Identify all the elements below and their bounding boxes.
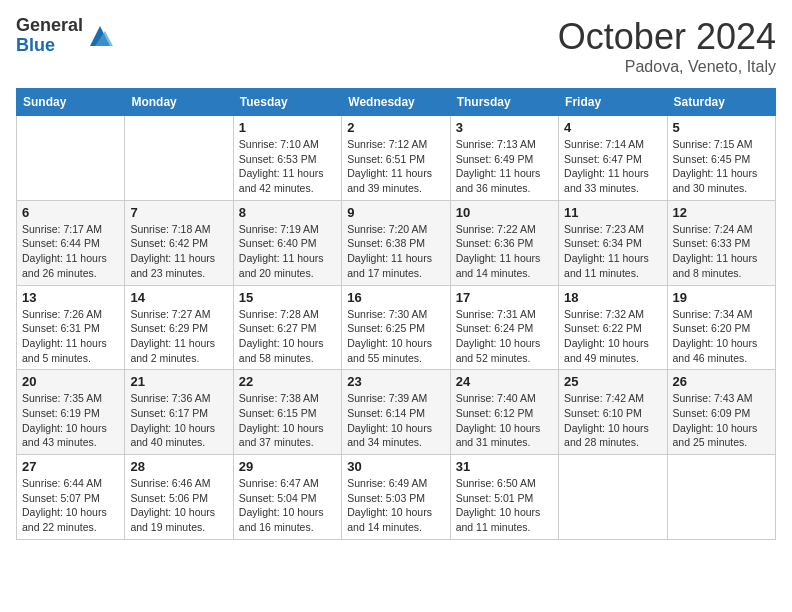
day-cell: 11Sunrise: 7:23 AM Sunset: 6:34 PM Dayli… [559,200,667,285]
day-number: 6 [22,205,119,220]
day-number: 11 [564,205,661,220]
day-info: Sunrise: 7:35 AM Sunset: 6:19 PM Dayligh… [22,391,119,450]
logo-blue: Blue [16,36,83,56]
day-cell: 26Sunrise: 7:43 AM Sunset: 6:09 PM Dayli… [667,370,775,455]
day-number: 22 [239,374,336,389]
day-cell: 21Sunrise: 7:36 AM Sunset: 6:17 PM Dayli… [125,370,233,455]
day-number: 26 [673,374,770,389]
day-info: Sunrise: 7:36 AM Sunset: 6:17 PM Dayligh… [130,391,227,450]
day-number: 14 [130,290,227,305]
day-number: 30 [347,459,444,474]
day-cell: 24Sunrise: 7:40 AM Sunset: 6:12 PM Dayli… [450,370,558,455]
day-cell [667,455,775,540]
day-number: 4 [564,120,661,135]
location-title: Padova, Veneto, Italy [558,58,776,76]
day-cell: 29Sunrise: 6:47 AM Sunset: 5:04 PM Dayli… [233,455,341,540]
week-row-4: 20Sunrise: 7:35 AM Sunset: 6:19 PM Dayli… [17,370,776,455]
day-cell [125,116,233,201]
header-cell-thursday: Thursday [450,89,558,116]
day-cell [559,455,667,540]
day-number: 24 [456,374,553,389]
day-info: Sunrise: 7:38 AM Sunset: 6:15 PM Dayligh… [239,391,336,450]
day-info: Sunrise: 7:15 AM Sunset: 6:45 PM Dayligh… [673,137,770,196]
title-area: October 2024 Padova, Veneto, Italy [558,16,776,76]
day-cell: 25Sunrise: 7:42 AM Sunset: 6:10 PM Dayli… [559,370,667,455]
day-number: 3 [456,120,553,135]
day-cell: 18Sunrise: 7:32 AM Sunset: 6:22 PM Dayli… [559,285,667,370]
logo: General Blue [16,16,115,56]
day-cell: 27Sunrise: 6:44 AM Sunset: 5:07 PM Dayli… [17,455,125,540]
day-number: 15 [239,290,336,305]
header: General Blue October 2024 Padova, Veneto… [16,16,776,76]
calendar-table: SundayMondayTuesdayWednesdayThursdayFrid… [16,88,776,540]
month-title: October 2024 [558,16,776,58]
day-cell: 15Sunrise: 7:28 AM Sunset: 6:27 PM Dayli… [233,285,341,370]
week-row-5: 27Sunrise: 6:44 AM Sunset: 5:07 PM Dayli… [17,455,776,540]
week-row-1: 1Sunrise: 7:10 AM Sunset: 6:53 PM Daylig… [17,116,776,201]
day-info: Sunrise: 7:24 AM Sunset: 6:33 PM Dayligh… [673,222,770,281]
day-info: Sunrise: 7:30 AM Sunset: 6:25 PM Dayligh… [347,307,444,366]
day-number: 18 [564,290,661,305]
day-info: Sunrise: 7:34 AM Sunset: 6:20 PM Dayligh… [673,307,770,366]
day-info: Sunrise: 7:20 AM Sunset: 6:38 PM Dayligh… [347,222,444,281]
day-info: Sunrise: 6:44 AM Sunset: 5:07 PM Dayligh… [22,476,119,535]
day-cell: 6Sunrise: 7:17 AM Sunset: 6:44 PM Daylig… [17,200,125,285]
header-cell-monday: Monday [125,89,233,116]
day-cell [17,116,125,201]
day-info: Sunrise: 7:12 AM Sunset: 6:51 PM Dayligh… [347,137,444,196]
day-info: Sunrise: 7:31 AM Sunset: 6:24 PM Dayligh… [456,307,553,366]
day-cell: 10Sunrise: 7:22 AM Sunset: 6:36 PM Dayli… [450,200,558,285]
day-cell: 5Sunrise: 7:15 AM Sunset: 6:45 PM Daylig… [667,116,775,201]
day-info: Sunrise: 7:42 AM Sunset: 6:10 PM Dayligh… [564,391,661,450]
day-number: 13 [22,290,119,305]
day-info: Sunrise: 7:18 AM Sunset: 6:42 PM Dayligh… [130,222,227,281]
day-number: 31 [456,459,553,474]
day-number: 10 [456,205,553,220]
logo-general: General [16,16,83,36]
day-info: Sunrise: 7:26 AM Sunset: 6:31 PM Dayligh… [22,307,119,366]
day-info: Sunrise: 7:13 AM Sunset: 6:49 PM Dayligh… [456,137,553,196]
day-info: Sunrise: 6:50 AM Sunset: 5:01 PM Dayligh… [456,476,553,535]
day-cell: 4Sunrise: 7:14 AM Sunset: 6:47 PM Daylig… [559,116,667,201]
day-info: Sunrise: 7:40 AM Sunset: 6:12 PM Dayligh… [456,391,553,450]
day-number: 21 [130,374,227,389]
day-info: Sunrise: 7:28 AM Sunset: 6:27 PM Dayligh… [239,307,336,366]
week-row-3: 13Sunrise: 7:26 AM Sunset: 6:31 PM Dayli… [17,285,776,370]
day-info: Sunrise: 7:14 AM Sunset: 6:47 PM Dayligh… [564,137,661,196]
day-number: 16 [347,290,444,305]
day-info: Sunrise: 7:22 AM Sunset: 6:36 PM Dayligh… [456,222,553,281]
day-cell: 8Sunrise: 7:19 AM Sunset: 6:40 PM Daylig… [233,200,341,285]
day-cell: 9Sunrise: 7:20 AM Sunset: 6:38 PM Daylig… [342,200,450,285]
header-row: SundayMondayTuesdayWednesdayThursdayFrid… [17,89,776,116]
day-cell: 31Sunrise: 6:50 AM Sunset: 5:01 PM Dayli… [450,455,558,540]
header-cell-saturday: Saturday [667,89,775,116]
day-info: Sunrise: 7:23 AM Sunset: 6:34 PM Dayligh… [564,222,661,281]
day-info: Sunrise: 7:43 AM Sunset: 6:09 PM Dayligh… [673,391,770,450]
day-cell: 17Sunrise: 7:31 AM Sunset: 6:24 PM Dayli… [450,285,558,370]
day-number: 29 [239,459,336,474]
header-cell-sunday: Sunday [17,89,125,116]
day-number: 27 [22,459,119,474]
day-number: 25 [564,374,661,389]
day-cell: 2Sunrise: 7:12 AM Sunset: 6:51 PM Daylig… [342,116,450,201]
header-cell-wednesday: Wednesday [342,89,450,116]
day-cell: 28Sunrise: 6:46 AM Sunset: 5:06 PM Dayli… [125,455,233,540]
day-cell: 13Sunrise: 7:26 AM Sunset: 6:31 PM Dayli… [17,285,125,370]
day-cell: 22Sunrise: 7:38 AM Sunset: 6:15 PM Dayli… [233,370,341,455]
day-info: Sunrise: 6:47 AM Sunset: 5:04 PM Dayligh… [239,476,336,535]
day-number: 8 [239,205,336,220]
day-cell: 19Sunrise: 7:34 AM Sunset: 6:20 PM Dayli… [667,285,775,370]
day-cell: 3Sunrise: 7:13 AM Sunset: 6:49 PM Daylig… [450,116,558,201]
day-cell: 20Sunrise: 7:35 AM Sunset: 6:19 PM Dayli… [17,370,125,455]
day-number: 5 [673,120,770,135]
day-number: 17 [456,290,553,305]
day-number: 12 [673,205,770,220]
day-cell: 1Sunrise: 7:10 AM Sunset: 6:53 PM Daylig… [233,116,341,201]
day-cell: 7Sunrise: 7:18 AM Sunset: 6:42 PM Daylig… [125,200,233,285]
day-info: Sunrise: 7:32 AM Sunset: 6:22 PM Dayligh… [564,307,661,366]
day-cell: 23Sunrise: 7:39 AM Sunset: 6:14 PM Dayli… [342,370,450,455]
day-number: 28 [130,459,227,474]
day-info: Sunrise: 6:49 AM Sunset: 5:03 PM Dayligh… [347,476,444,535]
day-cell: 30Sunrise: 6:49 AM Sunset: 5:03 PM Dayli… [342,455,450,540]
day-cell: 16Sunrise: 7:30 AM Sunset: 6:25 PM Dayli… [342,285,450,370]
